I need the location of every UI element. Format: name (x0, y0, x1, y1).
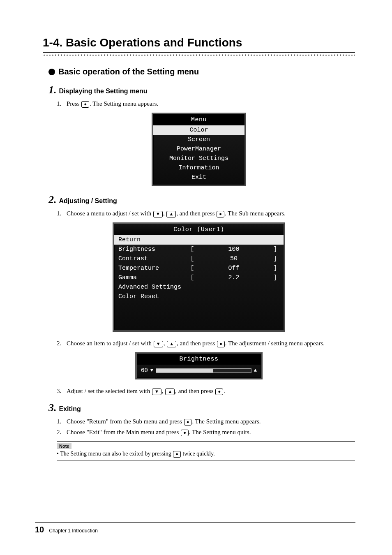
osd-row-label: Gamma (118, 274, 188, 281)
list-number: 2. (57, 428, 62, 437)
osd-row-label: Brightness (118, 246, 188, 253)
list-number: 1. (57, 99, 62, 109)
text-fragment: twice quickly. (181, 451, 215, 457)
note-label: Note (57, 443, 71, 449)
text-fragment: . The Setting menu quits. (189, 429, 251, 435)
section-rule (43, 52, 355, 53)
text-fragment: Choose "Return" from the Sub menu and pr… (67, 418, 184, 425)
osd-selected-item: Return (114, 235, 284, 245)
osd-row-value: Off (196, 265, 271, 272)
chapter-label: Chapter 1 Introduction (49, 528, 98, 534)
step-2-heading: 2. Adjusting / Setting (48, 194, 355, 206)
step-2-item-1: 1. Choose a menu to adjust / set with ▼,… (57, 209, 355, 218)
osd-selected-item: Color (153, 125, 244, 135)
up-button-icon: ▲ (165, 388, 175, 395)
step-1-title: Displaying the Setting menu (59, 88, 148, 95)
section-dotted-rule (43, 54, 355, 56)
list-number: 1. (57, 417, 62, 426)
text-fragment: Press (67, 100, 81, 107)
step-3-item-1: 1. Choose "Return" from the Sub menu and… (57, 417, 355, 426)
up-button-icon: ▲ (167, 341, 176, 347)
text-fragment: . The Setting menu appears. (90, 100, 158, 107)
text-fragment: . The Setting menu appears. (192, 418, 261, 425)
enter-button-icon: ● (217, 341, 225, 347)
disc-icon (48, 69, 55, 75)
osd-row: Advanced Settings (114, 282, 284, 292)
enter-button-icon: ● (184, 419, 192, 426)
text-fragment: The Setting menu can also be exited by p… (60, 451, 173, 457)
text-fragment: , and then press (176, 210, 216, 217)
subheading-text: Basic operation of the Setting menu (58, 67, 199, 76)
text-fragment: Choose a menu to adjust / set with (67, 210, 153, 217)
page-number: 10 (35, 525, 44, 534)
osd-title: Brightness (137, 354, 261, 365)
osd-main-menu-screenshot: Menu Color Screen PowerManager Monitor S… (152, 113, 246, 186)
osd-brightness-screenshot: Brightness 60 ▼ ▲ (135, 352, 263, 379)
list-number: 1. (57, 209, 62, 218)
step-3-heading: 3. Exiting (48, 402, 355, 414)
step-1-number: 1. (48, 84, 57, 96)
enter-button-icon: ● (217, 211, 224, 217)
text-fragment: Choose "Exit" from the Main menu and pre… (67, 429, 180, 435)
osd-item: Monitor Settings (153, 154, 244, 163)
osd-row: Gamma [ 2.2 ] (114, 273, 284, 282)
list-number: 2. (57, 339, 62, 348)
osd-item: Screen (153, 135, 244, 144)
step-2-item-3: 3. Adjust / set the selected item with ▼… (57, 387, 355, 396)
list-number: 3. (57, 387, 62, 396)
down-triangle-icon: ▼ (150, 368, 153, 373)
osd-row-label: Temperature (118, 265, 188, 272)
text-fragment: , and then press (175, 388, 215, 394)
osd-item: Exit (153, 173, 244, 182)
subheading: Basic operation of the Setting menu (43, 67, 355, 76)
step-3-title: Exiting (59, 405, 81, 413)
enter-button-icon: ● (173, 451, 181, 458)
page-footer: 10 Chapter 1 Introduction (35, 522, 355, 534)
osd-row-value: 50 (196, 255, 271, 262)
text-fragment: Choose an item to adjust / set with (67, 340, 153, 347)
text-fragment: , and then press (177, 340, 217, 347)
text-fragment: , (162, 388, 165, 394)
bullet-icon: • (57, 451, 59, 457)
osd-row-label: Contrast (118, 255, 188, 262)
osd-sub-menu-screenshot: Color (User1) Return Brightness [ 100 ] … (113, 222, 285, 332)
enter-button-icon: ● (81, 101, 89, 108)
step-2-number: 2. (48, 194, 57, 206)
osd-row: Brightness [ 100 ] (114, 245, 284, 254)
step-3-item-2: 2. Choose "Exit" from the Main menu and … (57, 428, 355, 437)
osd-row: Temperature [ Off ] (114, 264, 284, 273)
osd-slider-bar (156, 368, 251, 373)
step-3-number: 3. (48, 402, 57, 414)
down-button-icon: ▼ (154, 341, 163, 347)
osd-row: Contrast [ 50 ] (114, 254, 284, 264)
step-2-title: Adjusting / Setting (59, 197, 117, 205)
down-button-icon: ▼ (152, 388, 161, 395)
step-1-item-1: 1. Press ●. The Setting menu appears. (57, 99, 355, 109)
up-button-icon: ▲ (166, 211, 176, 217)
text-fragment: . The adjustment / setting menu appears. (225, 340, 325, 347)
text-fragment: , (163, 210, 166, 217)
osd-title: Menu (153, 114, 244, 125)
down-button-icon: ▼ (153, 211, 163, 217)
step-2-item-2: 2. Choose an item to adjust / set with ▼… (57, 339, 355, 348)
osd-row-value: 100 (196, 246, 271, 253)
osd-row: Color Reset (114, 292, 284, 301)
text-fragment: , (164, 340, 167, 347)
osd-item: PowerManager (153, 144, 244, 154)
section-title: 1-4. Basic Operations and Functions (43, 36, 355, 51)
enter-button-icon: ● (215, 388, 223, 395)
osd-title: Color (User1) (114, 224, 284, 235)
enter-button-icon: ● (181, 430, 189, 436)
up-triangle-icon: ▲ (254, 368, 257, 373)
osd-row-value: 2.2 (196, 274, 271, 281)
osd-slider-fill (156, 369, 213, 372)
osd-item: Information (153, 163, 244, 173)
text-fragment: . (224, 388, 225, 394)
text-fragment: . The Sub menu appears. (225, 210, 286, 217)
osd-slider-value: 60 (141, 367, 148, 374)
text-fragment: Adjust / set the selected item with (67, 388, 152, 394)
step-1-heading: 1. Displaying the Setting menu (48, 84, 355, 96)
note-block: Note • The Setting menu can also be exit… (57, 441, 355, 460)
